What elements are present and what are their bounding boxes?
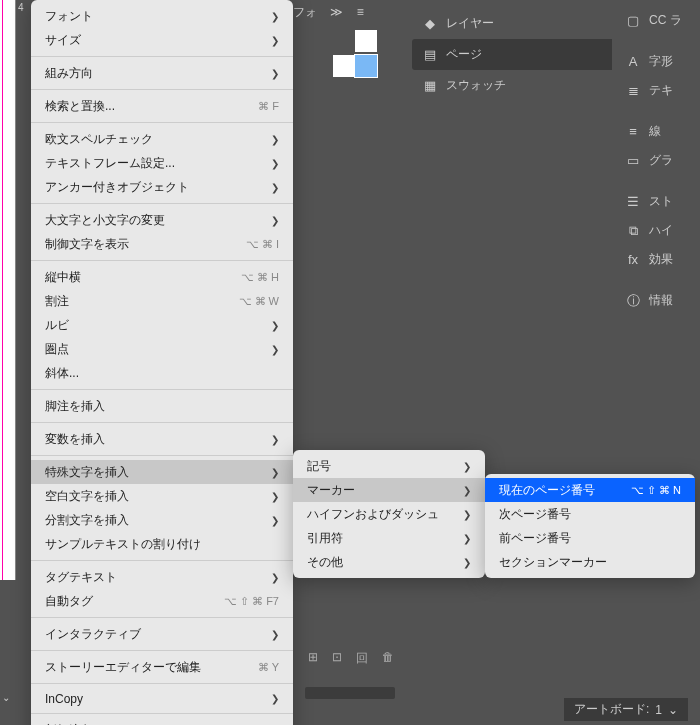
fx-icon: fx [625, 252, 641, 268]
menu-separator [31, 422, 293, 423]
panel-label: ページ [446, 46, 482, 63]
menu-item[interactable]: 現在のページ番号⌥ ⇧ ⌘ N [485, 478, 695, 502]
bottom-scrollbar[interactable] [305, 687, 395, 699]
menu-item[interactable]: 空白文字を挿入❯ [31, 484, 293, 508]
menu-item-label: 縦中横 [45, 269, 241, 286]
menu-item[interactable]: 割注⌥ ⌘ W [31, 289, 293, 313]
menu-item[interactable]: インタラクティブ❯ [31, 622, 293, 646]
artboard-indicator[interactable]: アートボード: 1 ⌄ [564, 698, 688, 721]
menu-separator [31, 683, 293, 684]
panel-tab[interactable]: A字形 [617, 47, 700, 76]
chevron-right-icon: ❯ [271, 434, 279, 445]
menu-item[interactable]: 縦中横⌥ ⌘ H [31, 265, 293, 289]
menu-item-label: 制御文字を表示 [45, 236, 246, 253]
menu-item[interactable]: マーカー❯ [293, 478, 485, 502]
panel-tab[interactable]: ▦スウォッチ [412, 70, 612, 101]
menu-item[interactable]: 前ページ番号 [485, 526, 695, 550]
menu-item[interactable]: 自動タグ⌥ ⇧ ⌘ F7 [31, 589, 293, 613]
chevron-right-icon: ❯ [271, 182, 279, 193]
menu-shortcut: ⌥ ⇧ ⌘ N [631, 484, 681, 497]
panel-tab[interactable]: ≡線 [617, 117, 700, 146]
menu-item[interactable]: 斜体... [31, 361, 293, 385]
chevron-right-icon: ❯ [271, 572, 279, 583]
panel-tab[interactable]: fx効果 [617, 245, 700, 274]
menu-item[interactable]: ストーリーエディターで編集⌘ Y [31, 655, 293, 679]
menu-item[interactable]: 圏点❯ [31, 337, 293, 361]
menu-item[interactable]: アンカー付きオブジェクト❯ [31, 175, 293, 199]
panel-tab[interactable]: ⧉ハイ [617, 216, 700, 245]
menu-item[interactable]: フォント❯ [31, 4, 293, 28]
panel-tab[interactable]: ⓘ情報 [617, 286, 700, 315]
A-icon: A [625, 54, 641, 70]
menu-item-label: 空白文字を挿入 [45, 488, 265, 505]
panel-tab[interactable]: ▢CC ラ [617, 6, 700, 35]
color-swatches[interactable] [333, 30, 377, 80]
panel-tab[interactable]: ≣テキ [617, 76, 700, 105]
menu-item[interactable]: タグテキスト❯ [31, 565, 293, 589]
menu-item-label: サンプルテキストの割り付け [45, 536, 279, 553]
submenu-special-chars[interactable]: 記号❯マーカー❯ハイフンおよびダッシュ❯引用符❯その他❯ [293, 450, 485, 578]
chevron-right-icon: ❯ [271, 11, 279, 22]
menu-separator [31, 560, 293, 561]
panel-list-right: ▢CC ラA字形≣テキ≡線▭グラ☰スト⧉ハイfx効果ⓘ情報 [617, 6, 700, 315]
chevron-right-icon: ❯ [463, 533, 471, 544]
toolbar-icon[interactable]: ⊡ [332, 650, 342, 667]
chevron-right-icon: ❯ [463, 557, 471, 568]
menu-separator [31, 89, 293, 90]
chevron-right-icon: ❯ [463, 509, 471, 520]
menu-item[interactable]: サンプルテキストの割り付け [31, 532, 293, 556]
menu-item[interactable]: 組み方向❯ [31, 61, 293, 85]
menu-item[interactable]: 引用符❯ [293, 526, 485, 550]
toolbar-icon[interactable]: 回 [356, 650, 368, 667]
menu-item[interactable]: InCopy❯ [31, 688, 293, 709]
menu-separator [31, 260, 293, 261]
toolbar-fragment: フォ ≫ ≡ [293, 4, 374, 21]
menu-separator [31, 617, 293, 618]
swatch-icon: ▦ [422, 78, 438, 94]
menu-item[interactable]: 制御文字を表示⌥ ⌘ I [31, 232, 293, 256]
menu-item[interactable]: 特殊文字を挿入❯ [31, 460, 293, 484]
menu-item-label: 引用符 [307, 530, 457, 547]
menu-item[interactable]: 大文字と小文字の変更❯ [31, 208, 293, 232]
menu-item[interactable]: 脚注を挿入 [31, 394, 293, 418]
panel-tab[interactable]: ▤ページ [412, 39, 612, 70]
menu-item[interactable]: ハイフンおよびダッシュ❯ [293, 502, 485, 526]
menu-shortcut: ⌥ ⌘ W [239, 295, 280, 308]
menu-separator [31, 203, 293, 204]
menu-item[interactable]: 変数を挿入❯ [31, 427, 293, 451]
bottom-toolbar[interactable]: ⊞⊡回🗑 [308, 650, 394, 667]
ruler-value: 4 [18, 2, 24, 13]
submenu-markers[interactable]: 現在のページ番号⌥ ⇧ ⌘ N次ページ番号前ページ番号セクションマーカー [485, 474, 695, 578]
menu-separator [31, 389, 293, 390]
chevron-right-icon: ❯ [271, 215, 279, 226]
menu-item[interactable]: セクションマーカー [485, 550, 695, 574]
menu-item[interactable]: 次ページ番号 [485, 502, 695, 526]
menu-item[interactable]: 記号❯ [293, 454, 485, 478]
grad-icon: ▭ [625, 153, 641, 169]
menu-item[interactable]: 検索と置換...⌘ F [31, 94, 293, 118]
menu-item[interactable]: 新規注釈 [31, 718, 293, 725]
toolbar-icon[interactable]: 🗑 [382, 650, 394, 667]
menu-item[interactable]: 欧文スペルチェック❯ [31, 127, 293, 151]
toolbar-icon[interactable]: ⊞ [308, 650, 318, 667]
menu-item-label: 自動タグ [45, 593, 224, 610]
menu-item-label: サイズ [45, 32, 265, 49]
menu-item-label: セクションマーカー [499, 554, 681, 571]
menu-item[interactable]: テキストフレーム設定...❯ [31, 151, 293, 175]
context-menu-type[interactable]: フォント❯サイズ❯組み方向❯検索と置換...⌘ F欧文スペルチェック❯テキストフ… [31, 0, 293, 725]
menu-item[interactable]: ルビ❯ [31, 313, 293, 337]
menu-item[interactable]: 分割文字を挿入❯ [31, 508, 293, 532]
menu-item-label: 脚注を挿入 [45, 398, 279, 415]
panel-tab[interactable]: ◆レイヤー [412, 8, 612, 39]
menu-item[interactable]: その他❯ [293, 550, 485, 574]
menu-item-label: その他 [307, 554, 457, 571]
cc-icon: ▢ [625, 13, 641, 29]
menu-item[interactable]: サイズ❯ [31, 28, 293, 52]
dropdown-caret[interactable]: ⌄ [2, 692, 10, 703]
panel-tab[interactable]: ☰スト [617, 187, 700, 216]
panel-tab[interactable]: ▭グラ [617, 146, 700, 175]
chevron-right-icon: ❯ [271, 693, 279, 704]
menu-item-label: 斜体... [45, 365, 279, 382]
link-icon: ⧉ [625, 223, 641, 239]
menu-item-label: ハイフンおよびダッシュ [307, 506, 457, 523]
